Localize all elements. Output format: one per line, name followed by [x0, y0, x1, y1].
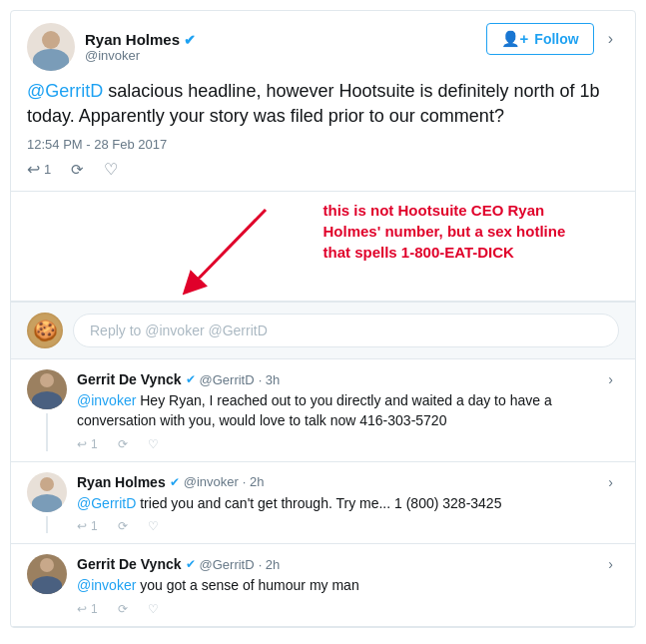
main-tweet: Ryan Holmes ✔ @invoker 👤+ Follow › @Gerr… [11, 11, 635, 192]
conv-left-1 [27, 369, 67, 450]
conv-user-info-2: Ryan Holmes ✔ @invoker · 2h [77, 474, 265, 490]
conv-reply-3[interactable]: ↩ 1 [77, 602, 98, 616]
conv-reply-1[interactable]: ↩ 1 [77, 437, 98, 451]
tweet-menu-button[interactable]: › [602, 28, 619, 50]
conv-verified-1: ✔ [186, 372, 196, 386]
conv-tweet-2: Ryan Holmes ✔ @invoker · 2h › @GerritD t… [11, 462, 635, 545]
tweet-header: Ryan Holmes ✔ @invoker 👤+ Follow › [27, 23, 619, 71]
conv-body-1: @invoker Hey Ryan, I reached out to you … [77, 391, 619, 430]
user-text: Ryan Holmes ✔ @invoker [85, 31, 196, 63]
conv-right-2: Ryan Holmes ✔ @invoker · 2h › @GerritD t… [77, 472, 619, 534]
reply-action[interactable]: ↩ 1 [27, 160, 51, 179]
conv-verified-2: ✔ [170, 475, 180, 489]
like-action[interactable]: ♡ [104, 160, 118, 179]
mention-gerritd[interactable]: @GerritD [27, 81, 103, 101]
conv-actions-3: ↩ 1 ⟳ ♡ [77, 602, 619, 616]
conv-mention-2[interactable]: @GerritD [77, 495, 136, 511]
user-info: Ryan Holmes ✔ @invoker [27, 23, 196, 71]
conv-retweet-icon-3: ⟳ [118, 602, 128, 616]
retweet-action[interactable]: ⟳ [71, 161, 84, 179]
conv-handle-1: @GerritD [200, 372, 255, 387]
conv-menu-1[interactable]: › [602, 369, 619, 389]
conv-tweet-3: Gerrit De Vynck ✔ @GerritD · 2h › @invok… [11, 544, 635, 627]
conv-header-2: Ryan Holmes ✔ @invoker · 2h › [77, 472, 619, 492]
conv-body-text-2: tried you and can't get through. Try me.… [140, 495, 501, 511]
like-icon: ♡ [104, 160, 118, 179]
conv-menu-2[interactable]: › [602, 472, 619, 492]
conv-like-icon-1: ♡ [148, 437, 159, 451]
conv-user-info-3: Gerrit De Vynck ✔ @GerritD · 2h [77, 556, 280, 572]
conv-menu-3[interactable]: › [602, 554, 619, 574]
conv-verified-3: ✔ [186, 557, 196, 571]
conv-right-1: Gerrit De Vynck ✔ @GerritD · 3h › @invok… [77, 369, 619, 450]
conv-reply-count-1: 1 [91, 437, 98, 451]
reply-input[interactable]: Reply to @invoker @GerritD [73, 314, 619, 347]
retweet-icon: ⟳ [71, 161, 84, 179]
verified-icon: ✔ [184, 32, 196, 48]
conv-body-2: @GerritD tried you and can't get through… [77, 494, 619, 514]
conv-retweet-3[interactable]: ⟳ [118, 602, 128, 616]
conv-mention-1[interactable]: @invoker [77, 392, 136, 408]
conv-right-3: Gerrit De Vynck ✔ @GerritD · 2h › @invok… [77, 554, 619, 616]
conv-tweet-1: Gerrit De Vynck ✔ @GerritD · 3h › @invok… [11, 359, 635, 461]
conv-body-text-1: Hey Ryan, I reached out to you directly … [77, 392, 552, 428]
conv-reply-icon-1: ↩ [77, 437, 87, 451]
header-right: 👤+ Follow › [486, 23, 619, 55]
conv-body-text-3: you got a sense of humour my man [140, 577, 358, 593]
display-name: Ryan Holmes ✔ [85, 31, 196, 48]
conv-body-3: @invoker you got a sense of humour my ma… [77, 576, 619, 596]
conv-reply-count-3: 1 [91, 602, 98, 616]
conv-actions-2: ↩ 1 ⟳ ♡ [77, 519, 619, 533]
annotation-text-block: this is not Hootsuite CEO Ryan Holmes' n… [323, 200, 588, 263]
user-handle: @invoker [85, 48, 196, 63]
conv-avatar-2 [27, 472, 67, 512]
conv-reply-icon-2: ↩ [77, 519, 87, 533]
conv-reply-icon-3: ↩ [77, 602, 87, 616]
follow-person-icon: 👤+ [501, 30, 529, 48]
tweet-timestamp: 12:54 PM - 28 Feb 2017 [27, 137, 619, 152]
tweet-actions: ↩ 1 ⟳ ♡ [27, 160, 619, 179]
conv-line-1 [46, 413, 48, 450]
tweet-body-text: salacious headline, however Hootsuite is… [27, 81, 600, 126]
avatar [27, 23, 75, 71]
conv-actions-1: ↩ 1 ⟳ ♡ [77, 437, 619, 451]
conv-time-2: · 2h [243, 474, 265, 489]
conversation: Gerrit De Vynck ✔ @GerritD · 3h › @invok… [11, 359, 635, 626]
conv-like-1[interactable]: ♡ [148, 437, 159, 451]
conv-handle-2: @invoker [184, 474, 239, 489]
conv-retweet-2[interactable]: ⟳ [118, 519, 128, 533]
svg-line-1 [191, 210, 266, 287]
conv-left-2 [27, 472, 67, 534]
conv-header-1: Gerrit De Vynck ✔ @GerritD · 3h › [77, 369, 619, 389]
reply-icon: ↩ [27, 160, 40, 179]
conv-name-2: Ryan Holmes [77, 474, 166, 490]
follow-button[interactable]: 👤+ Follow [486, 23, 594, 55]
conv-avatar-1 [27, 369, 67, 409]
tweet-body: @GerritD salacious headline, however Hoo… [27, 79, 619, 129]
conv-time-3: · 2h [259, 557, 281, 572]
annotation-section: this is not Hootsuite CEO Ryan Holmes' n… [11, 192, 635, 302]
conv-reply-2[interactable]: ↩ 1 [77, 519, 98, 533]
reply-avatar: 🍪 [27, 313, 63, 348]
conv-user-info-1: Gerrit De Vynck ✔ @GerritD · 3h [77, 371, 280, 387]
conv-like-icon-3: ♡ [148, 602, 159, 616]
name-label: Ryan Holmes [85, 31, 180, 48]
conv-retweet-icon-2: ⟳ [118, 519, 128, 533]
arrow-svg [11, 192, 330, 302]
conv-line-2 [46, 516, 48, 534]
follow-label: Follow [534, 31, 578, 47]
conv-name-1: Gerrit De Vynck [77, 371, 182, 387]
conv-like-3[interactable]: ♡ [148, 602, 159, 616]
conv-avatar-3 [27, 554, 67, 594]
conv-header-3: Gerrit De Vynck ✔ @GerritD · 2h › [77, 554, 619, 574]
conv-handle-3: @GerritD [200, 557, 255, 572]
conv-reply-count-2: 1 [91, 519, 98, 533]
conv-like-2[interactable]: ♡ [148, 519, 159, 533]
conv-time-1: · 3h [259, 372, 281, 387]
conv-mention-3[interactable]: @invoker [77, 577, 136, 593]
annotation-text: this is not Hootsuite CEO Ryan Holmes' n… [323, 202, 566, 261]
conv-retweet-1[interactable]: ⟳ [118, 437, 128, 451]
reply-area: 🍪 Reply to @invoker @GerritD [11, 302, 635, 359]
reply-count: 1 [44, 162, 51, 177]
conv-like-icon-2: ♡ [148, 519, 159, 533]
